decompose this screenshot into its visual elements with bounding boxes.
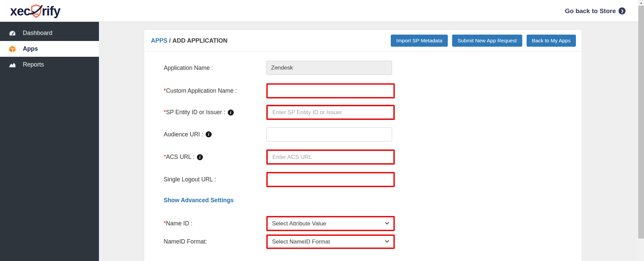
sp-entity-id-field	[266, 105, 395, 120]
breadcrumb: APPS / ADD APPLICATION	[151, 30, 227, 51]
custom-application-name-label: *Custom Application Name :	[164, 83, 264, 98]
name-id-label: *Name ID :	[164, 216, 264, 231]
chevron-circle-right-icon: ❯	[619, 7, 626, 14]
label-text: NameID Format:	[164, 238, 207, 245]
card-header: APPS / ADD APPLICATION Import SP Metadat…	[144, 30, 582, 51]
main-content-area: APPS / ADD APPLICATION Import SP Metadat…	[99, 22, 638, 261]
chevron-down-icon	[385, 222, 389, 225]
label-text: Application Name :	[164, 64, 213, 72]
label-text: Custom Application Name :	[166, 87, 237, 94]
info-icon[interactable]: i	[228, 110, 234, 116]
sidebar-item-reports[interactable]: Reports	[0, 57, 99, 73]
scrollbar-up-arrow[interactable]: ▲	[638, 0, 644, 6]
label-text: Single Logout URL :	[164, 176, 216, 183]
area-chart-icon	[9, 61, 16, 68]
selected-value: Select NameID Format	[272, 238, 330, 245]
cube-icon	[9, 45, 16, 53]
header-actions: Import SP Metadata Submit New App Reques…	[391, 35, 576, 47]
chevron-down-icon	[385, 240, 389, 243]
application-name-field	[266, 61, 392, 75]
label-text: Audience URI :	[164, 131, 203, 138]
sidebar-item-label: Dashboard	[23, 30, 52, 37]
scrollbar-thumb[interactable]	[638, 6, 644, 238]
sidebar-item-label: Reports	[23, 61, 44, 68]
logo-text-left: xec	[10, 4, 30, 18]
sp-entity-id-label: *SP Entity ID or Issuer : i	[164, 105, 264, 120]
nameid-format-field: Select NameID Format	[266, 234, 395, 249]
add-application-card: APPS / ADD APPLICATION Import SP Metadat…	[144, 30, 582, 261]
custom-application-name-field	[266, 83, 395, 98]
top-bar: xec rify Go back to Store ❯	[0, 0, 638, 22]
label-text: ACS URL :	[166, 154, 195, 160]
show-advanced-settings-link[interactable]: Show Advanced Settings	[164, 197, 233, 204]
gauge-icon	[9, 30, 16, 37]
required-asterisk: *	[164, 109, 166, 116]
audience-uri-field	[266, 127, 392, 141]
custom-application-name-input[interactable]	[268, 85, 393, 97]
nameid-format-select[interactable]: Select NameID Format	[268, 236, 393, 248]
application-name-label: Application Name :	[164, 61, 264, 75]
acs-url-field	[266, 149, 395, 165]
back-to-my-apps-button[interactable]: Back to My Apps	[527, 35, 576, 47]
info-icon[interactable]: i	[206, 131, 212, 137]
go-back-to-store-link[interactable]: Go back to Store ❯	[565, 0, 626, 22]
breadcrumb-current: ADD APPLICATION	[172, 37, 227, 44]
breadcrumb-apps-link[interactable]: APPS	[151, 37, 167, 44]
submit-new-app-request-button[interactable]: Submit New App Request	[452, 35, 522, 47]
nameid-format-label: NameID Format:	[164, 234, 264, 249]
application-name-input	[266, 61, 392, 75]
sp-entity-id-input[interactable]	[268, 106, 393, 119]
go-back-label: Go back to Store	[565, 7, 616, 15]
sidebar-item-apps[interactable]: Apps	[0, 41, 99, 57]
vertical-scrollbar: ▲	[638, 0, 644, 261]
sidebar-item-dashboard[interactable]: Dashboard	[0, 25, 99, 41]
sidebar-item-label: Apps	[23, 45, 38, 52]
sidebar: Dashboard Apps Reports	[0, 22, 99, 261]
selected-value: Select Attribute Value	[272, 220, 326, 227]
audience-uri-input[interactable]	[266, 127, 392, 141]
xecurify-logo[interactable]: xec rify	[10, 3, 60, 19]
required-asterisk: *	[164, 87, 166, 94]
acs-url-input[interactable]	[268, 151, 393, 163]
required-asterisk: *	[164, 220, 166, 227]
breadcrumb-separator: /	[167, 37, 172, 44]
single-logout-url-input[interactable]	[268, 173, 393, 186]
logo-text-right: rify	[42, 4, 60, 18]
label-text: Name ID :	[166, 220, 193, 227]
name-id-select[interactable]: Select Attribute Value	[268, 217, 393, 230]
shield-check-icon	[30, 3, 43, 20]
name-id-field: Select Attribute Value	[266, 216, 395, 231]
import-sp-metadata-button[interactable]: Import SP Metadata	[391, 35, 448, 47]
single-logout-url-label: Single Logout URL :	[164, 172, 264, 187]
info-icon[interactable]: i	[197, 154, 203, 160]
acs-url-label: *ACS URL : i	[164, 149, 264, 165]
required-asterisk: *	[164, 154, 166, 160]
label-text: SP Entity ID or Issuer :	[166, 109, 225, 116]
audience-uri-label: Audience URI : i	[164, 127, 264, 141]
single-logout-url-field	[266, 172, 395, 187]
